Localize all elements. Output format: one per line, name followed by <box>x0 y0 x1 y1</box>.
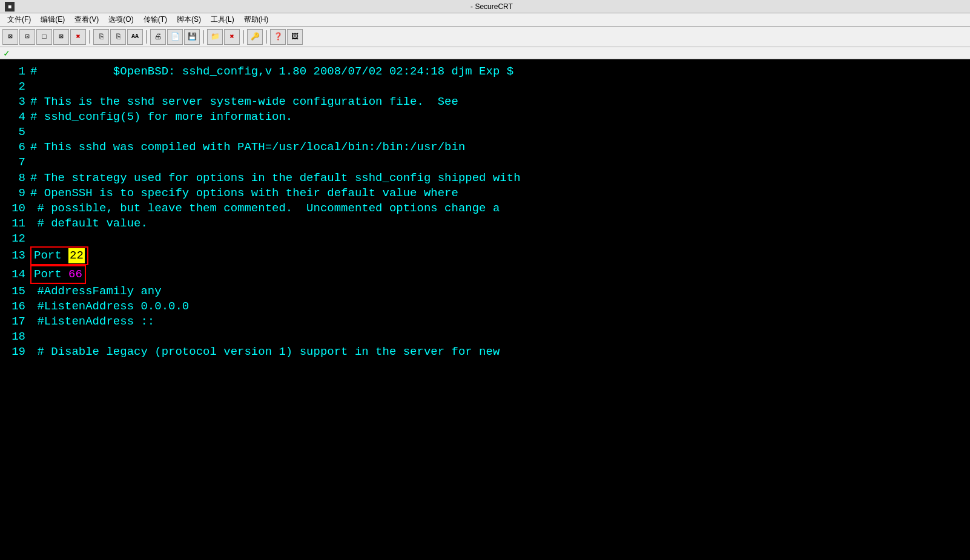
terminal-line-14: 14 Port 66 <box>0 265 970 284</box>
line-content-15: #AddressFamily any <box>30 284 162 299</box>
toolbar-btn-12[interactable]: 📁 <box>207 29 223 45</box>
line-number-19: 19 <box>0 344 30 360</box>
port-22-highlight-box: Port 22 <box>30 246 88 265</box>
line-content-3: # This is the sshd server system-wide co… <box>30 94 458 110</box>
menu-edit[interactable]: 编辑(E) <box>36 13 70 26</box>
toolbar-btn-3[interactable]: □ <box>36 29 52 45</box>
terminal-line-4: 4 # sshd_config(5) for more information. <box>0 110 970 125</box>
menu-tools[interactable]: 工具(L) <box>206 13 239 26</box>
line-number-16: 16 <box>0 299 30 314</box>
line-content-6: # This sshd was compiled with PATH=/usr/… <box>30 140 465 155</box>
line-number-14: 14 <box>0 267 30 282</box>
toolbar-btn-8[interactable]: AA <box>127 29 143 45</box>
terminal-line-6: 6 # This sshd was compiled with PATH=/us… <box>0 140 970 155</box>
port-66-highlight-box: Port 66 <box>30 265 86 284</box>
toolbar-btn-4[interactable]: ⊠ <box>53 29 69 45</box>
port-keyword-13: Port <box>34 248 68 263</box>
menu-options[interactable]: 选项(O) <box>104 13 138 26</box>
menu-help[interactable]: 帮助(H) <box>239 13 274 26</box>
terminal-line-9: 9 # OpenSSH is to specify options with t… <box>0 186 970 201</box>
toolbar-sep-5 <box>266 30 267 44</box>
line-number-15: 15 <box>0 284 30 299</box>
terminal-line-1: 1 # $OpenBSD: sshd_config,v 1.80 2008/07… <box>0 64 970 79</box>
line-content-8: # The strategy used for options in the d… <box>30 171 521 186</box>
terminal-line-15: 15 #AddressFamily any <box>0 284 970 299</box>
toolbar-btn-10[interactable]: 📄 <box>167 29 183 45</box>
menu-script[interactable]: 脚本(S) <box>172 13 206 26</box>
toolbar-btn-5[interactable]: ✖ <box>70 29 86 45</box>
toolbar-btn-2[interactable]: ⊡ <box>19 29 35 45</box>
app-icon: ■ <box>5 2 15 12</box>
toolbar-btn-1[interactable]: ⊠ <box>2 29 18 45</box>
toolbar-sep-2 <box>146 30 147 44</box>
toolbar-btn-11[interactable]: 💾 <box>184 29 200 45</box>
toolbar-sep-1 <box>89 30 90 44</box>
line-number-9: 9 <box>0 186 30 201</box>
line-number-12: 12 <box>0 231 30 246</box>
line-number-11: 11 <box>0 216 30 231</box>
toolbar: ⊠ ⊡ □ ⊠ ✖ ⎘ ⎘ AA 🖨 📄 💾 📁 ✖ 🔑 ❓ 🖼 <box>0 27 970 47</box>
menu-file[interactable]: 文件(F) <box>2 13 36 26</box>
menu-transfer[interactable]: 传输(T) <box>139 13 172 26</box>
toolbar-btn-15[interactable]: ❓ <box>270 29 286 45</box>
toolbar-btn-6[interactable]: ⎘ <box>93 29 109 45</box>
toolbar-sep-3 <box>203 30 204 44</box>
line-content-11: # default value. <box>30 216 148 231</box>
line-number-2: 2 <box>0 79 30 94</box>
toolbar-btn-16[interactable]: 🖼 <box>287 29 303 45</box>
line-content-17: #ListenAddress :: <box>30 314 154 329</box>
port-value-66: 66 <box>68 267 82 282</box>
terminal-line-2: 2 <box>0 79 970 94</box>
line-number-1: 1 <box>0 64 30 79</box>
terminal-line-11: 11 # default value. <box>0 216 970 231</box>
title-bar: ■ - SecureCRT <box>0 0 970 13</box>
terminal-line-19: 19 # Disable legacy (protocol version 1)… <box>0 344 970 360</box>
terminal-line-3: 3 # This is the sshd server system-wide … <box>0 94 970 110</box>
toolbar-btn-9[interactable]: 🖨 <box>150 29 166 45</box>
line-number-3: 3 <box>0 94 30 110</box>
line-number-17: 17 <box>0 314 30 329</box>
line-content-10: # possible, but leave them commented. Un… <box>30 201 500 216</box>
toolbar-sep-4 <box>243 30 244 44</box>
status-bar: ✓ <box>0 47 970 59</box>
line-number-18: 18 <box>0 329 30 344</box>
line-number-4: 4 <box>0 110 30 125</box>
line-content-19: # Disable legacy (protocol version 1) su… <box>30 344 500 360</box>
terminal-line-17: 17 #ListenAddress :: <box>0 314 970 329</box>
terminal-window[interactable]: 1 # $OpenBSD: sshd_config,v 1.80 2008/07… <box>0 59 970 560</box>
terminal-line-12: 12 <box>0 231 970 246</box>
menu-bar: 文件(F) 编辑(E) 查看(V) 选项(O) 传输(T) 脚本(S) 工具(L… <box>0 13 970 27</box>
connection-status-checkmark: ✓ <box>4 47 10 59</box>
line-number-10: 10 <box>0 201 30 216</box>
port-value-22: 22 <box>68 248 85 263</box>
line-number-5: 5 <box>0 125 30 140</box>
toolbar-btn-14[interactable]: 🔑 <box>247 29 263 45</box>
line-number-6: 6 <box>0 140 30 155</box>
terminal-line-18: 18 <box>0 329 970 344</box>
line-content-9: # OpenSSH is to specify options with the… <box>30 186 458 201</box>
menu-view[interactable]: 查看(V) <box>70 13 104 26</box>
title-text: - SecureCRT <box>18 2 965 11</box>
port-keyword-14: Port <box>34 267 68 282</box>
terminal-line-7: 7 <box>0 155 970 170</box>
terminal-line-13: 13 Port 22 <box>0 246 970 265</box>
line-content-1: # $OpenBSD: sshd_config,v 1.80 2008/07/0… <box>30 64 513 79</box>
terminal-line-16: 16 #ListenAddress 0.0.0.0 <box>0 299 970 314</box>
line-number-8: 8 <box>0 171 30 186</box>
line-content-4: # sshd_config(5) for more information. <box>30 110 292 125</box>
terminal-line-5: 5 <box>0 125 970 140</box>
toolbar-btn-7[interactable]: ⎘ <box>110 29 126 45</box>
terminal-line-8: 8 # The strategy used for options in the… <box>0 171 970 186</box>
line-number-7: 7 <box>0 155 30 170</box>
line-number-13: 13 <box>0 248 30 263</box>
line-content-16: #ListenAddress 0.0.0.0 <box>30 299 189 314</box>
terminal-line-10: 10 # possible, but leave them commented.… <box>0 201 970 216</box>
toolbar-btn-13[interactable]: ✖ <box>224 29 240 45</box>
